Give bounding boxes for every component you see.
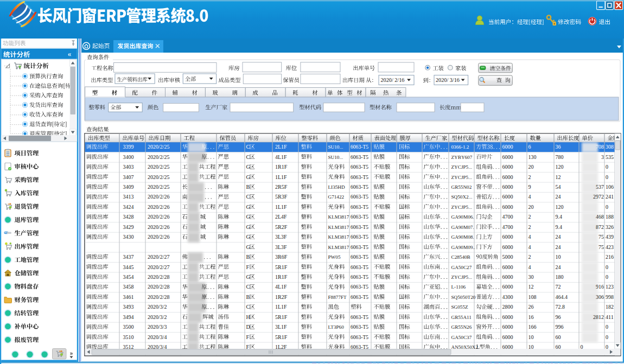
svg-text:0: 0 — [606, 324, 608, 330]
svg-text:6063-T5: 6063-T5 — [351, 334, 368, 340]
svg-text:16: 16 — [529, 314, 534, 320]
svg-text:4: 4 — [529, 264, 531, 270]
svg-text:LI35HD: LI35HD — [328, 184, 345, 190]
svg-text:180: 180 — [556, 274, 564, 280]
svg-text:GA50C27: GA50C27 — [451, 265, 472, 270]
svg-text:G: G — [246, 274, 250, 280]
svg-text:75: 75 — [598, 234, 604, 240]
svg-text:D: D — [246, 324, 250, 330]
svg-text:3428: 3428 — [123, 214, 134, 220]
svg-text:306: 306 — [596, 294, 604, 300]
svg-text:6000: 6000 — [502, 154, 513, 160]
svg-text:120: 120 — [556, 204, 564, 210]
svg-text:B: B — [246, 184, 250, 190]
svg-text:ZYCJP5...: ZYCJP5... — [451, 274, 473, 280]
svg-text:6063-T5: 6063-T5 — [351, 254, 368, 260]
svg-text:2020/3/3: 2020/3/3 — [148, 324, 167, 330]
svg-text:H: H — [246, 314, 250, 320]
svg-text:F8877FT: F8877FT — [328, 295, 347, 300]
svg-text:0: 0 — [606, 334, 608, 340]
svg-text:3400: 3400 — [123, 154, 134, 160]
svg-text:5R1F: 5R1F — [275, 314, 288, 320]
svg-text:2972: 2972 — [593, 194, 604, 200]
svg-text:6000: 6000 — [502, 274, 513, 280]
svg-text:ZYCJP5...: ZYCJP5... — [451, 175, 473, 180]
svg-text:4L1F: 4L1F — [275, 284, 287, 290]
svg-text:2020/ 2/16: 2020/ 2/16 — [381, 77, 405, 83]
svg-text:36: 36 — [556, 144, 561, 150]
svg-text:2800: 2800 — [502, 304, 513, 310]
svg-text:4700: 4700 — [502, 224, 513, 230]
svg-text:6000: 6000 — [502, 244, 513, 250]
svg-text:4: 4 — [529, 244, 531, 250]
svg-text:GA50C37: GA50C37 — [451, 335, 472, 340]
svg-text:166: 166 — [529, 324, 537, 330]
svg-text:1L1F: 1L1F — [275, 304, 287, 310]
svg-text:4: 4 — [529, 194, 531, 200]
svg-text:439: 439 — [606, 234, 614, 240]
svg-text:5R1F: 5R1F — [275, 334, 288, 340]
svg-text:F: F — [246, 334, 250, 340]
svg-text:6063-T5: 6063-T5 — [351, 144, 368, 150]
svg-text:GA90M08.: GA90M08. — [451, 234, 474, 240]
svg-text:4: 4 — [529, 234, 531, 240]
svg-text:3454: 3454 — [123, 274, 134, 280]
svg-text:G: G — [246, 174, 250, 180]
svg-text:GA90M06.: GA90M06. — [451, 214, 474, 220]
svg-text:468: 468 — [596, 214, 604, 220]
svg-text:9: 9 — [529, 184, 531, 190]
svg-text:1L1F: 1L1F — [275, 204, 287, 210]
svg-text:120: 120 — [556, 164, 564, 170]
svg-text:3494: 3494 — [123, 314, 134, 320]
svg-text:3510: 3510 — [123, 334, 134, 340]
svg-text:182: 182 — [606, 304, 614, 310]
svg-text:308: 308 — [606, 144, 614, 150]
svg-text:C: C — [246, 284, 250, 290]
svg-text:6000: 6000 — [502, 314, 513, 320]
svg-text:6063-T5: 6063-T5 — [351, 154, 368, 160]
svg-text:423: 423 — [606, 244, 614, 250]
svg-text:ZYBY607: ZYBY607 — [451, 155, 473, 160]
svg-text:3L1F: 3L1F — [275, 324, 287, 330]
svg-text:G: G — [246, 234, 250, 240]
svg-text:3413: 3413 — [123, 194, 134, 200]
svg-text:106: 106 — [606, 184, 614, 190]
svg-text:2R5F: 2R5F — [275, 184, 288, 190]
svg-text:0: 0 — [606, 274, 608, 280]
svg-text:6000: 6000 — [502, 334, 513, 340]
svg-text:3409: 3409 — [123, 184, 134, 190]
svg-text:2: 2 — [529, 174, 531, 180]
svg-text:998: 998 — [606, 294, 614, 300]
svg-text:2020/2/25: 2020/2/25 — [148, 154, 170, 160]
svg-text:G: G — [246, 224, 250, 230]
svg-text:KLM3817: KLM3817 — [328, 234, 349, 240]
svg-text:LT3P60: LT3P60 — [328, 324, 345, 330]
svg-text:2020/2/26: 2020/2/26 — [148, 194, 170, 200]
svg-text:123: 123 — [606, 284, 614, 290]
svg-text:B: B — [246, 294, 250, 300]
svg-text:2L1F: 2L1F — [275, 144, 287, 150]
svg-text:6063-T5: 6063-T5 — [351, 264, 368, 270]
svg-text:6000: 6000 — [502, 194, 513, 200]
svg-text:G: G — [246, 164, 250, 170]
svg-text:6063-T5: 6063-T5 — [351, 214, 368, 220]
svg-text:3430: 3430 — [123, 234, 134, 240]
svg-text:708: 708 — [596, 144, 604, 150]
svg-text:ZYCJP5...: ZYCJP5... — [451, 205, 473, 210]
svg-text:12: 12 — [556, 174, 561, 180]
svg-text:2020/2/25: 2020/2/25 — [148, 184, 170, 190]
svg-text:3500: 3500 — [123, 324, 134, 330]
svg-text:0: 0 — [606, 264, 608, 270]
svg-text:2020/2/27: 2020/2/27 — [148, 254, 170, 260]
svg-text:GR55N02: GR55N02 — [451, 184, 472, 190]
svg-text:326: 326 — [606, 224, 614, 230]
svg-text:3403: 3403 — [123, 164, 134, 170]
svg-text:3424: 3424 — [123, 204, 134, 210]
svg-text:20: 20 — [529, 164, 534, 170]
svg-text:2020/3/2: 2020/3/2 — [148, 314, 167, 320]
svg-text:3407: 3407 — [123, 174, 134, 180]
svg-text:6000: 6000 — [502, 204, 513, 210]
svg-text:1L1F: 1L1F — [275, 174, 287, 180]
svg-text:F: F — [246, 264, 250, 270]
svg-text:5R3F: 5R3F — [275, 194, 288, 200]
